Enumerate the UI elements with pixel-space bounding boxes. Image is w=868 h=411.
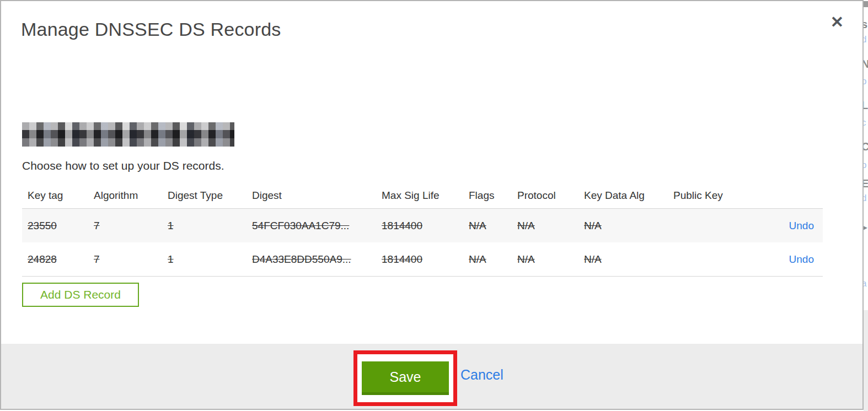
cell-digest-type: 1 bbox=[162, 220, 247, 232]
header-digest-type: Digest Type bbox=[162, 190, 247, 202]
modal-footer: Save Cancel bbox=[1, 344, 862, 409]
table-row: 23550 7 1 54FCF030AA1C79... 1814400 N/A … bbox=[22, 209, 823, 242]
cell-key-data-alg: N/A bbox=[578, 253, 668, 266]
header-protocol: Protocol bbox=[512, 190, 578, 202]
background-scrollbar-fragment bbox=[864, 1, 868, 7]
header-flags: Flags bbox=[463, 190, 512, 202]
header-max-sig-life: Max Sig Life bbox=[376, 190, 463, 202]
cell-protocol: N/A bbox=[512, 253, 578, 266]
manage-dnssec-modal: Manage DNSSEC DS Records ✕ Choose how to… bbox=[0, 0, 864, 410]
cell-max-sig-life: 1814400 bbox=[376, 253, 463, 266]
background-text-fragment: L bbox=[864, 99, 868, 112]
annotation-highlight-box: Save bbox=[353, 350, 457, 406]
table-row: 24828 7 1 D4A33E8DD550A9... 1814400 N/A … bbox=[22, 242, 823, 276]
background-text-fragment: E bbox=[864, 177, 868, 190]
table-header-row: Key tag Algorithm Digest Type Digest Max… bbox=[22, 183, 823, 208]
cell-key-tag: 24828 bbox=[22, 253, 88, 266]
background-text-fragment: c bbox=[864, 117, 866, 128]
table-body: 23550 7 1 54FCF030AA1C79... 1814400 N/A … bbox=[22, 208, 823, 277]
header-digest: Digest bbox=[247, 190, 376, 202]
background-text-fragment: s bbox=[864, 18, 867, 31]
background-text-fragment: o bbox=[864, 160, 866, 171]
header-algorithm: Algorithm bbox=[88, 190, 162, 202]
redacted-domain-name bbox=[22, 122, 234, 147]
background-text-fragment: C bbox=[864, 140, 868, 153]
cell-algorithm: 7 bbox=[88, 220, 162, 232]
header-key-tag: Key tag bbox=[22, 190, 88, 202]
background-page-sliver: s d N o L c C o E d ▸ a bbox=[864, 0, 868, 411]
cell-key-data-alg: N/A bbox=[578, 220, 668, 232]
background-text-fragment: o bbox=[864, 76, 866, 87]
cell-digest: D4A33E8DD550A9... bbox=[247, 253, 376, 266]
background-text-fragment: N bbox=[864, 58, 868, 71]
cell-flags: N/A bbox=[463, 220, 512, 232]
cell-digest-type: 1 bbox=[162, 253, 247, 266]
cell-flags: N/A bbox=[463, 253, 512, 266]
background-text-fragment: ▸ bbox=[864, 220, 867, 234]
add-ds-record-button[interactable]: Add DS Record bbox=[22, 283, 139, 307]
header-public-key: Public Key bbox=[668, 190, 784, 202]
close-icon[interactable]: ✕ bbox=[827, 12, 847, 32]
background-text-fragment: d bbox=[864, 193, 866, 204]
modal-title: Manage DNSSEC DS Records bbox=[21, 19, 281, 40]
cell-max-sig-life: 1814400 bbox=[376, 220, 463, 232]
cancel-link[interactable]: Cancel bbox=[460, 367, 503, 383]
cell-protocol: N/A bbox=[512, 220, 578, 232]
background-text-fragment: d bbox=[864, 34, 866, 45]
background-text-fragment: a bbox=[864, 278, 866, 289]
cell-key-tag: 23550 bbox=[22, 220, 88, 232]
cell-algorithm: 7 bbox=[88, 253, 162, 266]
header-key-data-alg: Key Data Alg bbox=[578, 190, 668, 202]
ds-records-table: Key tag Algorithm Digest Type Digest Max… bbox=[22, 183, 823, 277]
setup-instructions-text: Choose how to set up your DS records. bbox=[22, 159, 224, 172]
save-button[interactable]: Save bbox=[362, 361, 449, 395]
undo-link[interactable]: Undo bbox=[789, 220, 814, 231]
background-footer-fragment bbox=[864, 310, 868, 411]
undo-link[interactable]: Undo bbox=[789, 253, 814, 265]
cell-digest: 54FCF030AA1C79... bbox=[247, 220, 376, 232]
